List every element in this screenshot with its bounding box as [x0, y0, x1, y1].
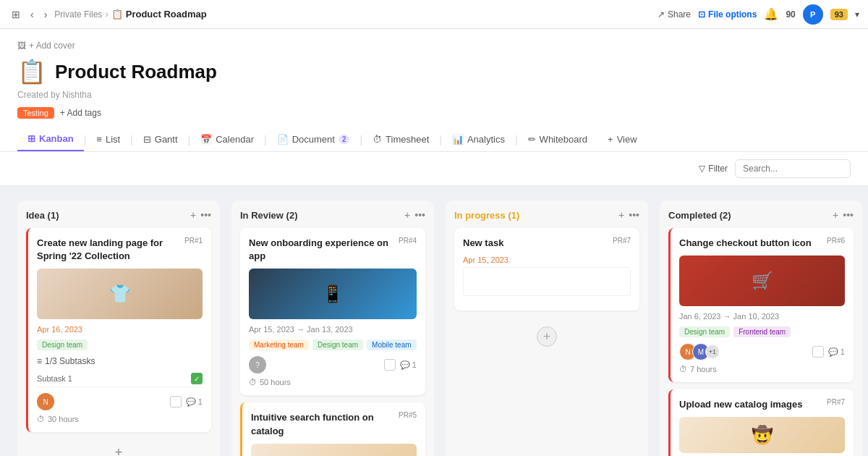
card-pr7-badge: PR#7 [613, 237, 631, 245]
calendar-icon: 📅 [200, 134, 212, 145]
card-pr1-date: Apr 16, 2023 [37, 325, 203, 334]
testing-tag[interactable]: Testing [17, 107, 54, 119]
card-pr1[interactable]: Create new landing page for Spring '22 C… [26, 228, 211, 432]
card-pr6-date-range: Jan 6, 2023 → Jan 10, 2023 [679, 312, 845, 321]
design-team-tag[interactable]: Design team [37, 339, 88, 350]
user-avatar[interactable]: P [803, 4, 823, 25]
tab-analytics[interactable]: 📊 Analytics [442, 128, 515, 151]
card-pr1-image: 👕 [37, 269, 203, 319]
card-pr5-badge: PR#5 [399, 411, 417, 419]
card-pr6[interactable]: Change checkout button icon PR#6 🛒 Jan 6… [668, 228, 854, 382]
forward-btn[interactable]: › [41, 6, 51, 23]
tab-calendar[interactable]: 📅 Calendar [190, 128, 264, 151]
add-cover-button[interactable]: 🖼 + Add cover [17, 41, 75, 51]
card-pr6-badge: PR#6 [827, 237, 845, 245]
add-tags-button[interactable]: + Add tags [60, 108, 101, 118]
breadcrumb-separator: › [105, 9, 108, 20]
card-pr4-time: ⏱ 50 hours [249, 378, 417, 387]
card-pr6-image: 🛒 [679, 256, 845, 306]
tab-kanban[interactable]: ⊞ Kanban [17, 127, 84, 151]
column-inreview-menu-btn[interactable]: ••• [414, 209, 425, 221]
document-badge: 2 [339, 135, 350, 144]
column-inprogress-menu-btn[interactable]: ••• [629, 209, 639, 221]
page-title-row: 📋 Product Roadmap [17, 58, 851, 85]
subtask-1-checkbox[interactable]: ✓ [191, 373, 203, 384]
column-inprogress-title: In progress (1) [454, 210, 519, 221]
card-pr7-inprogress[interactable]: New task PR#7 Apr 15, 2023 [454, 228, 639, 311]
card-pr4-date-range: Apr 15, 2023 → Jan 13, 2023 [249, 325, 417, 334]
clock-icon: ⏱ [37, 415, 45, 423]
card-pr1-time: ⏱ 30 hours [37, 415, 203, 423]
file-options-button[interactable]: ⊡ File options [698, 9, 757, 20]
tags-row: Testing + Add tags [17, 107, 851, 119]
column-inreview-header: In Review (2) + ••• [240, 209, 425, 221]
column-inreview: In Review (2) + ••• New onboarding exper… [231, 200, 434, 456]
card-pr6-title: Change checkout button icon [679, 237, 821, 250]
image-icon: 🖼 [17, 41, 26, 51]
column-inprogress-add-btn[interactable]: + [618, 209, 624, 221]
card-pr6-comments: 💬 1 [828, 347, 845, 357]
column-idea-add-btn[interactable]: + [190, 209, 196, 221]
card-pr1-title: Create new landing page for Spring '22 C… [37, 237, 179, 263]
analytics-icon: 📊 [452, 134, 464, 145]
card-pr4-badge: PR#4 [399, 237, 417, 245]
card-pr4-avatar: ? [249, 356, 266, 373]
kanban-icon: ⊞ [27, 133, 35, 144]
inprogress-add-card-btn[interactable]: + [537, 326, 557, 347]
column-inreview-add-btn[interactable]: + [404, 209, 410, 221]
frontend-team-tag[interactable]: Frontend team [733, 326, 791, 337]
card-pr4-title: New onboarding experience on app [249, 237, 393, 263]
page-title: Product Roadmap [55, 61, 217, 83]
column-completed-menu-btn[interactable]: ••• [843, 209, 854, 221]
kanban-board: Idea (1) + ••• Create new landing page f… [0, 186, 868, 456]
share-button[interactable]: ↗ Share [658, 9, 691, 20]
card-pr5[interactable]: Intuitive search function on catalog PR#… [240, 402, 425, 456]
toolbar: ▽ Filter [0, 152, 868, 186]
card-pr4[interactable]: New onboarding experience on app PR#4 📱 … [240, 228, 425, 395]
mobile-team-tag[interactable]: Mobile team [367, 339, 416, 350]
card-pr7-completed[interactable]: Upload new catalog images PR#7 🤠 [668, 389, 854, 456]
column-idea-add-card-btn[interactable]: + [26, 439, 211, 456]
tab-document[interactable]: 📄 Document 2 [267, 128, 360, 151]
notifications-button[interactable]: 🔔 [764, 7, 778, 21]
column-completed-add-btn[interactable]: + [833, 209, 838, 221]
marketing-team-tag[interactable]: Marketing team [249, 339, 309, 350]
card-pr1-checkbox[interactable] [170, 396, 182, 408]
column-idea-header: Idea (1) + ••• [26, 209, 211, 221]
plus-icon: + [608, 134, 613, 145]
column-idea-title: Idea (1) [26, 210, 59, 221]
design-team-tag-pr6[interactable]: Design team [679, 326, 730, 337]
card-pr4-tags: Marketing team Design team Mobile team [249, 339, 417, 350]
sidebar-toggle-btn[interactable]: ⊞ [9, 6, 23, 23]
card-pr6-tags: Design team Frontend team [679, 326, 845, 337]
breadcrumb-parent[interactable]: Private Files [54, 9, 102, 20]
column-idea-menu-btn[interactable]: ••• [200, 209, 211, 221]
topbar-right: ↗ Share ⊡ File options 🔔 90 P 93 ▾ [658, 4, 859, 25]
card-pr1-tags: Design team [37, 339, 203, 350]
card-pr4-checkbox[interactable] [384, 359, 396, 371]
card-pr5-title: Intuitive search function on catalog [251, 411, 393, 437]
search-input[interactable] [735, 159, 851, 178]
back-btn[interactable]: ‹ [27, 6, 37, 23]
tabs: ⊞ Kanban | ≡ List | ⊟ Gantt | 📅 Calendar… [17, 127, 851, 151]
whiteboard-icon: ✏ [528, 134, 536, 145]
column-completed-title: Completed (2) [668, 210, 731, 221]
card-pr1-comments: 💬 1 [186, 397, 203, 407]
tab-view-plus[interactable]: + View [597, 128, 647, 151]
tab-timesheet[interactable]: ⏱ Timesheet [362, 128, 439, 151]
topbar-left: ⊞ ‹ › Private Files › 📋 Product Roadmap [9, 6, 652, 23]
tab-gantt[interactable]: ⊟ Gantt [133, 128, 188, 151]
card-pr6-checkbox[interactable] [812, 346, 824, 358]
card-pr6-avatars: N M +1 [679, 343, 720, 360]
tab-whiteboard[interactable]: ✏ Whiteboard [518, 128, 597, 151]
column-inprogress: In progress (1) + ••• New task PR#7 Apr … [446, 200, 648, 456]
subtask-1-item: Subtask 1 ✓ [37, 371, 203, 387]
design-team-tag-pr4[interactable]: Design team [312, 339, 363, 350]
filter-button[interactable]: ▽ Filter [699, 164, 728, 174]
card-pr1-avatar: N [37, 393, 54, 410]
breadcrumb-current: Product Roadmap [126, 9, 207, 20]
clock-icon-pr6: ⏱ [679, 365, 687, 373]
page-emoji: 📋 [17, 58, 46, 85]
tab-list[interactable]: ≡ List [86, 128, 130, 151]
user-menu-chevron[interactable]: ▾ [855, 9, 859, 20]
